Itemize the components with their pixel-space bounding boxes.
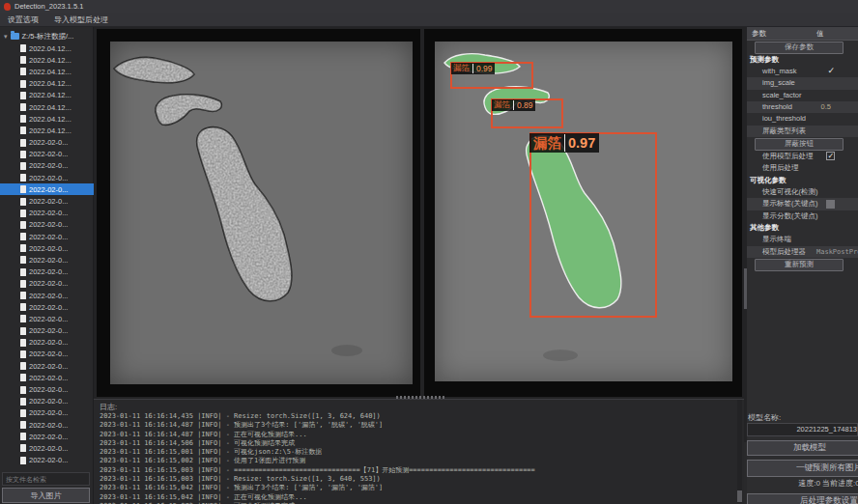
tree-file-item[interactable]: 2022-02-0... — [0, 231, 94, 242]
param-row[interactable]: 预测参数 — [747, 54, 858, 66]
detection-label: 漏箔 0.89 — [492, 99, 535, 111]
model-name-value[interactable]: 20221225_174813 — [747, 423, 858, 436]
param-row[interactable]: scale_factor — [747, 90, 858, 101]
tree-file-item[interactable]: 2022-02-0... — [0, 372, 94, 383]
log-scrollbar[interactable] — [737, 400, 742, 503]
param-row[interactable]: 显示终端 — [747, 234, 858, 245]
window-title: Detection_2023.1.5.1 — [14, 2, 83, 11]
tree-file-item[interactable]: 2022-02-0... — [0, 160, 94, 172]
params-rows: 保存参数 预测参数 with_mask img_scale — [747, 41, 858, 271]
param-row[interactable]: with_mask — [747, 66, 858, 77]
tree-file-item[interactable]: 2022-02-0... — [0, 290, 94, 301]
detection-score: 0.99 — [476, 64, 493, 73]
tree-file-label: 2022-02-0... — [29, 244, 68, 253]
param-row[interactable]: 可视化参数 — [747, 175, 858, 186]
menu-item[interactable]: 导入模型后处理 — [54, 14, 108, 25]
file-icon — [20, 115, 26, 123]
tree-file-item[interactable]: 2022-02-0... — [0, 219, 94, 231]
tree-file-item[interactable]: 2022-02-0... — [0, 149, 94, 160]
param-row[interactable]: iou_threshold — [747, 113, 858, 125]
search-input[interactable] — [2, 472, 90, 486]
param-row[interactable]: 快速可视化(检测) — [747, 186, 858, 198]
file-icon — [20, 433, 26, 440]
tree-file-item[interactable]: 2022-02-0... — [0, 266, 94, 278]
tree-file-label: 2022.04.12... — [29, 103, 72, 112]
tree-file-item[interactable]: 2022.04.12... — [0, 54, 94, 66]
tree-file-item[interactable]: 2022-02-0... — [0, 195, 94, 207]
param-row[interactable]: 显示分数(关键点) — [747, 210, 858, 222]
tree-file-item[interactable]: 2022-02-0... — [0, 325, 94, 337]
param-row[interactable]: 重新预测 — [747, 258, 858, 271]
param-checkbox[interactable] — [826, 152, 835, 160]
tree-file-item[interactable]: 2022.04.12... — [0, 113, 94, 125]
tree-file-label: 2022-02-0... — [29, 408, 68, 417]
param-row[interactable]: 显示标签(关键点) — [747, 198, 858, 210]
tree-root[interactable]: ▾ Z:/5-标注数据/... — [0, 30, 94, 42]
raw-image-panel[interactable] — [97, 29, 420, 397]
file-icon — [20, 210, 26, 217]
log-line: 2023-01-11 16:16:14,487 |INFO| - 正在可视化预测… — [100, 431, 737, 439]
param-row[interactable]: 屏蔽类型列表 — [747, 126, 858, 137]
log-line: 2023-01-11 16:16:15,003 |INFO| - =======… — [100, 466, 737, 475]
tree-file-item[interactable]: 2022-02-0... — [0, 278, 94, 290]
tree-file-item[interactable]: 2022.04.12... — [0, 90, 94, 101]
tree-file-item[interactable]: 2022-02-0... — [0, 137, 94, 149]
param-row[interactable]: 模型后处理器 MaskPostPro — [747, 246, 858, 258]
file-icon — [20, 244, 26, 252]
tree-file-item[interactable]: 2022.04.12... — [0, 125, 94, 136]
tree-file-item[interactable]: 2022-02-0... — [0, 383, 94, 395]
param-checkbox[interactable] — [826, 200, 835, 209]
param-row[interactable]: threshold 0.5 — [747, 101, 858, 113]
file-icon — [20, 444, 26, 452]
tree-file-item[interactable]: 2022-02-0... — [0, 242, 94, 254]
prediction-image-panel[interactable]: 漏箔 0.99 漏箔 0.89 漏箔 0.97 — [424, 29, 742, 397]
tree-file-item[interactable]: 2022.04.12... — [0, 66, 94, 77]
file-icon — [20, 350, 26, 358]
predict-all-button[interactable]: 一键预测所有图片 — [747, 460, 858, 477]
file-icon — [20, 174, 26, 182]
param-row[interactable]: 其他参数 — [747, 222, 858, 234]
tree-file-item[interactable]: 2022-02-0... — [0, 396, 94, 407]
raw-defect-blobs — [110, 42, 413, 384]
param-row[interactable]: img_scale — [747, 77, 858, 89]
param-row[interactable]: 使用模型后处理 — [747, 151, 858, 162]
file-icon — [20, 185, 26, 193]
tree-file-item[interactable]: 2022-02-0... — [0, 349, 94, 360]
param-row[interactable]: 使用后处理 — [747, 162, 858, 174]
tree-file-item[interactable]: 2022-02-0... — [0, 431, 94, 442]
tree-file-item[interactable]: 2022.04.12... — [0, 78, 94, 90]
tree-file-item[interactable]: 2022-02-0... — [0, 313, 94, 324]
tree-file-item[interactable]: 2022-02-0... — [0, 407, 94, 419]
param-label: threshold — [747, 102, 792, 111]
tree-file-item[interactable]: 2022-02-0... — [0, 301, 94, 313]
menu-item[interactable]: 设置选项 — [8, 14, 39, 25]
tree-file-item[interactable]: 2022-02-0... — [0, 254, 94, 266]
tree-file-item[interactable]: 2022-02-0... — [0, 455, 94, 466]
tree-file-label: 2022.04.12... — [29, 79, 72, 88]
param-row[interactable]: 屏蔽按钮 — [747, 137, 858, 151]
tree-file-item[interactable]: 2022-02-0... — [0, 360, 94, 372]
tree-file-item[interactable]: 2022-02-0... — [0, 337, 94, 349]
param-value: MaskPostPro — [816, 246, 858, 259]
tree-file-item[interactable]: 2022.04.12... — [0, 101, 94, 113]
prediction-image: 漏箔 0.99 漏箔 0.89 漏箔 0.97 — [435, 42, 732, 381]
import-images-button[interactable]: 导入图片 — [2, 488, 90, 503]
tree-file-item[interactable]: 2022-02-0... — [0, 208, 94, 219]
model-name-label: 模型名称: — [748, 412, 781, 423]
detection-class: 漏箔 — [453, 63, 470, 74]
tree-file-item[interactable]: 2022-02-0... — [0, 183, 94, 195]
load-model-button[interactable]: 加载模型 — [747, 440, 858, 456]
file-icon — [20, 362, 26, 370]
param-row[interactable]: 保存参数 — [747, 41, 858, 54]
tree-file-item[interactable]: 2022-02-0... — [0, 172, 94, 183]
tree-file-label: 2022-02-0... — [29, 174, 68, 182]
tree-file-item[interactable]: 2022-02-0... — [0, 419, 94, 431]
postprocess-params-button[interactable]: 后处理参数设置 — [747, 493, 858, 504]
log-scrollbar-handle[interactable] — [737, 490, 742, 502]
tree-file-label: 2022-02-0... — [29, 292, 68, 300]
detection-label: 漏箔 0.97 — [529, 133, 599, 153]
tree-file-item[interactable]: 2022-02-0... — [0, 442, 94, 454]
tree-file-item[interactable]: 2022.04.12... — [0, 42, 94, 54]
param-label: 显示标签(关键点) — [747, 199, 818, 208]
chevron-down-icon[interactable]: ▾ — [4, 33, 8, 41]
